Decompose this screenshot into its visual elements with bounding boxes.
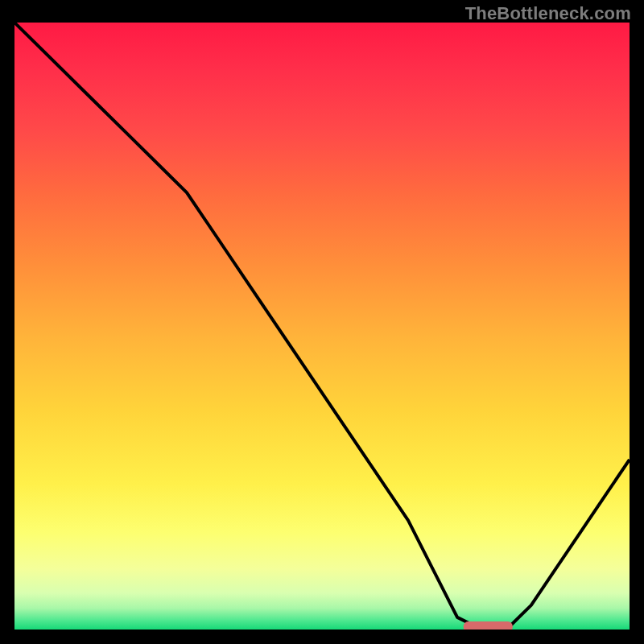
bottleneck-chart bbox=[14, 23, 630, 630]
chart-stage: TheBottleneck.com bbox=[0, 0, 644, 644]
watermark-text: TheBottleneck.com bbox=[465, 3, 631, 24]
optimal-marker bbox=[464, 621, 513, 630]
plot-area bbox=[14, 23, 630, 630]
